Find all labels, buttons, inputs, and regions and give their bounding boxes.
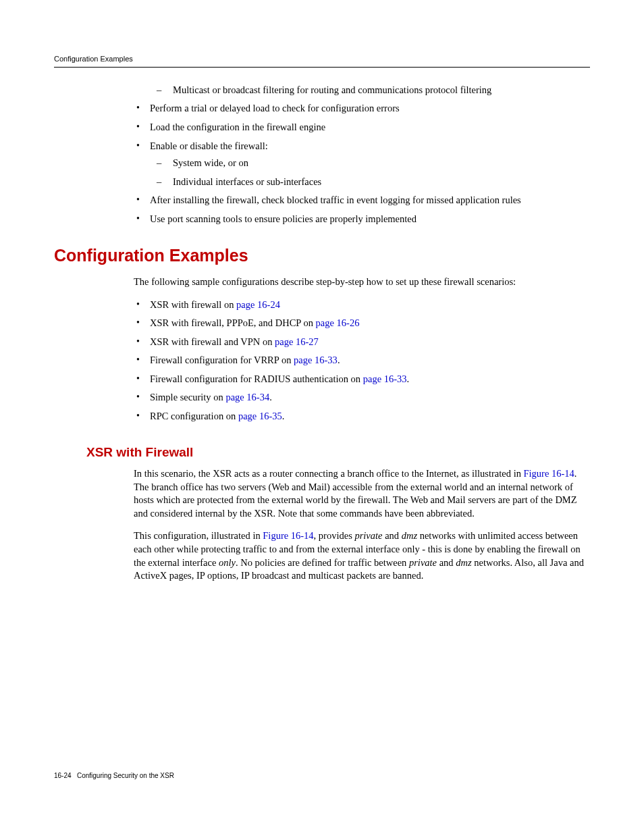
- text: .: [407, 373, 410, 384]
- paragraph: This configuration, illustrated in Figur…: [134, 529, 590, 582]
- text: . No policies are defined for traffic be…: [236, 557, 409, 568]
- list-item: Individual interfaces or sub-interfaces: [150, 176, 590, 189]
- running-header: Configuration Examples: [54, 54, 590, 68]
- figure-link[interactable]: Figure 16-14: [524, 468, 574, 479]
- text: and: [437, 557, 456, 568]
- list-item: System wide, or on: [150, 157, 590, 170]
- figure-link[interactable]: Figure 16-14: [263, 530, 313, 541]
- page-link[interactable]: page 16-35: [238, 411, 282, 421]
- list-item: Enable or disable the firewall: System w…: [134, 140, 590, 189]
- page-link[interactable]: page 16-33: [363, 373, 407, 384]
- section-heading: Configuration Examples: [54, 244, 590, 267]
- text: In this scenario, the XSR acts as a rout…: [134, 468, 524, 479]
- page-link[interactable]: page 16-26: [316, 317, 360, 328]
- text: and: [383, 530, 402, 541]
- page-link[interactable]: page 16-24: [236, 299, 280, 310]
- list-item: Simple security on page 16-34.: [134, 391, 590, 405]
- text: Firewall configuration for RADIUS authen…: [150, 373, 363, 384]
- text: XSR with firewall on: [150, 299, 236, 310]
- list-item: Multicast or broadcast filtering for rou…: [150, 84, 590, 97]
- page-number: 16-24: [54, 772, 72, 779]
- text: .: [269, 392, 272, 402]
- section-list: XSR with firewall on page 16-24 XSR with…: [54, 298, 590, 423]
- subsection-heading: XSR with Firewall: [86, 444, 590, 461]
- list-item: RPC configuration on page 16-35.: [134, 410, 590, 423]
- text: Firewall configuration for VRRP on: [150, 355, 294, 365]
- page: Configuration Examples Multicast or broa…: [0, 0, 644, 834]
- text: Simple security on: [150, 392, 225, 402]
- italic-text: dmz: [402, 530, 417, 541]
- page-link[interactable]: page 16-34: [225, 392, 269, 402]
- page-link[interactable]: page 16-33: [294, 355, 338, 365]
- italic-text: private: [409, 557, 437, 568]
- footer-title: Configuring Security on the XSR: [77, 772, 174, 779]
- list-item: XSR with firewall on page 16-24: [134, 298, 590, 312]
- content: Multicast or broadcast filtering for rou…: [54, 84, 590, 583]
- italic-text: private: [354, 530, 382, 541]
- list-item: Use port scanning tools to ensure polici…: [134, 213, 590, 226]
- text: , provides: [314, 530, 355, 541]
- list-item: Firewall configuration for RADIUS authen…: [134, 373, 590, 386]
- page-footer: 16-24 Configuring Security on the XSR: [54, 771, 174, 781]
- intro-list: Perform a trial or delayed load to check…: [54, 102, 590, 226]
- text: XSR with firewall, PPPoE, and DHCP on: [150, 317, 316, 328]
- list-item: Firewall configuration for VRRP on page …: [134, 354, 590, 367]
- text: RPC configuration on: [150, 411, 238, 421]
- italic-text: only: [219, 557, 236, 568]
- list-item: Load the configuration in the firewall e…: [134, 121, 590, 134]
- text: XSR with firewall and VPN on: [150, 336, 275, 347]
- list-item: Perform a trial or delayed load to check…: [134, 102, 590, 115]
- list-item: XSR with firewall, PPPoE, and DHCP on pa…: [134, 317, 590, 330]
- italic-text: dmz: [456, 557, 471, 568]
- continued-sublist: Multicast or broadcast filtering for rou…: [150, 84, 590, 97]
- page-link[interactable]: page 16-27: [275, 336, 319, 347]
- text: .: [282, 411, 285, 421]
- sublist: System wide, or on Individual interfaces…: [150, 157, 590, 188]
- list-item: XSR with firewall and VPN on page 16-27: [134, 336, 590, 349]
- text: .: [338, 355, 340, 365]
- text: This configuration, illustrated in: [134, 530, 263, 541]
- list-item: After installing the firewall, check blo…: [134, 194, 590, 207]
- paragraph: In this scenario, the XSR acts as a rout…: [134, 467, 590, 520]
- list-item-text: Enable or disable the firewall:: [150, 140, 268, 151]
- section-intro: The following sample configurations desc…: [134, 276, 590, 289]
